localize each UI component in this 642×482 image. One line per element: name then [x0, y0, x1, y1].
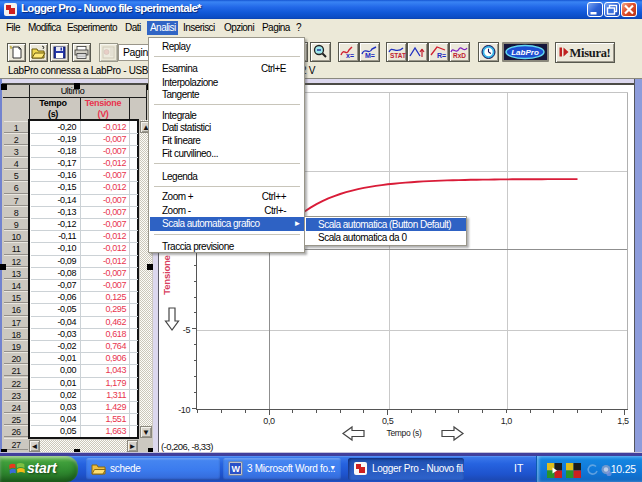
svg-text:LabPro: LabPro — [511, 48, 539, 57]
svg-text:Tensione: Tensione — [161, 255, 172, 294]
svg-text:RxD: RxD — [453, 52, 466, 59]
svg-text:(-0,206, -8,33): (-0,206, -8,33) — [161, 441, 213, 452]
svg-text:R=: R= — [437, 52, 446, 59]
svg-text:Misura!: Misura! — [570, 46, 611, 60]
svg-text:1,5: 1,5 — [617, 416, 629, 426]
svg-text:0,0: 0,0 — [263, 416, 275, 426]
svg-text:W: W — [231, 464, 240, 474]
svg-text:0,5: 0,5 — [382, 416, 394, 426]
svg-text:Tempo (s): Tempo (s) — [386, 428, 422, 438]
svg-text:M=: M= — [365, 52, 375, 59]
svg-text:1,0: 1,0 — [501, 416, 513, 426]
svg-text:x=: x= — [346, 52, 354, 59]
svg-text:STAT: STAT — [390, 52, 406, 59]
svg-text:-5: -5 — [183, 325, 191, 335]
svg-text:-10: -10 — [178, 405, 190, 415]
